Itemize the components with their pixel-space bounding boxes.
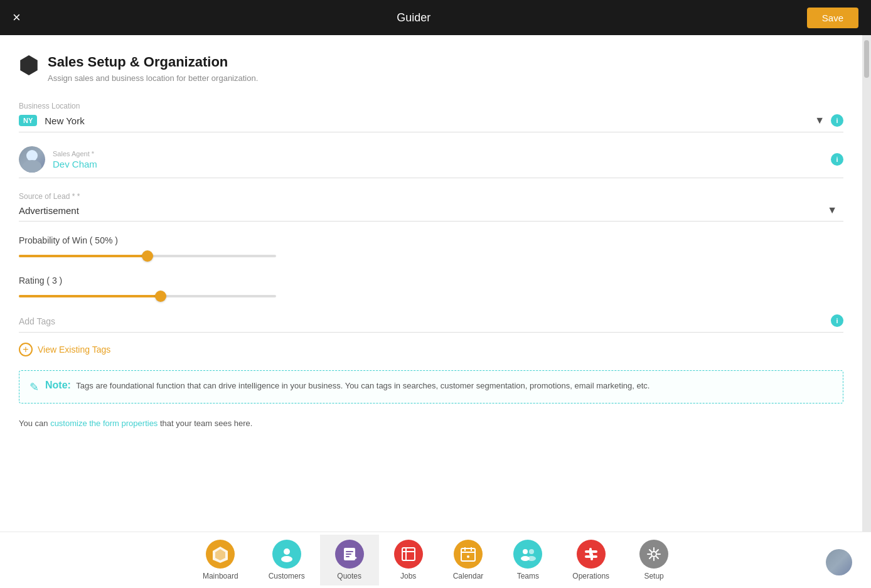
location-badge: NY <box>19 115 37 126</box>
tags-field: Add Tags i <box>19 316 843 333</box>
location-dropdown-arrow[interactable]: ▼ <box>815 115 825 126</box>
page-title-block: Sales Setup & Organization Assign sales … <box>48 54 258 83</box>
tags-info-icon[interactable]: i <box>831 314 843 327</box>
jobs-icon <box>400 545 417 563</box>
svg-point-2 <box>284 548 290 555</box>
note-box: ✎ Note: Tags are foundational function t… <box>19 370 843 404</box>
rating-track <box>19 295 276 297</box>
page-header: Sales Setup & Organization Assign sales … <box>19 54 843 83</box>
user-avatar-bottom[interactable] <box>826 549 852 575</box>
teams-icon <box>519 545 537 563</box>
jobs-icon-wrap <box>394 540 423 569</box>
svg-point-16 <box>467 555 469 558</box>
location-info-icon[interactable]: i <box>831 114 843 127</box>
tags-input[interactable]: Add Tags <box>19 316 55 326</box>
quotes-icon-wrap <box>335 540 364 569</box>
svg-rect-6 <box>346 553 351 555</box>
calendar-label: Calendar <box>453 572 484 580</box>
svg-rect-24 <box>590 553 593 560</box>
footer-text-after: that your team sees here. <box>158 419 252 428</box>
page-title: Sales Setup & Organization <box>48 54 258 70</box>
nav-item-jobs[interactable]: Jobs <box>379 535 438 585</box>
quotes-icon <box>341 545 358 563</box>
rating-slider[interactable] <box>19 294 276 298</box>
jobs-label: Jobs <box>400 572 416 580</box>
nav-item-mainboard[interactable]: Mainboard <box>188 535 254 585</box>
probability-slider[interactable] <box>19 254 276 258</box>
rating-label: Rating ( 3 ) <box>19 275 843 286</box>
business-location-label: Business Location <box>19 102 843 110</box>
rating-thumb[interactable] <box>155 291 166 302</box>
source-dropdown-arrow[interactable]: ▼ <box>827 205 837 216</box>
svg-point-25 <box>651 552 656 557</box>
customize-form-link[interactable]: customize the form properties <box>50 419 158 428</box>
customers-icon <box>278 545 296 563</box>
topbar: × Guider Save <box>0 0 871 35</box>
business-location-field: NY New York ▼ i <box>19 114 843 132</box>
source-field: Source of Lead * Advertisement ▼ <box>19 192 843 222</box>
svg-rect-5 <box>346 551 353 552</box>
setup-label: Setup <box>644 572 663 580</box>
note-edit-icon: ✎ <box>29 380 39 394</box>
agent-name[interactable]: Dev Cham <box>53 159 831 169</box>
customers-icon-wrap <box>272 540 301 569</box>
svg-rect-12 <box>461 548 475 561</box>
plus-circle-icon: + <box>19 343 33 356</box>
note-label: Note: <box>45 380 71 390</box>
view-tags-label: View Existing Tags <box>38 345 110 355</box>
quotes-label: Quotes <box>337 572 361 580</box>
nav-item-operations[interactable]: Operations <box>557 535 624 585</box>
tags-section: Add Tags i + View Existing Tags <box>19 316 843 356</box>
nav-item-customers[interactable]: Customers <box>254 535 320 585</box>
svg-point-20 <box>527 556 536 561</box>
close-button[interactable]: × <box>13 11 21 24</box>
page-subtitle: Assign sales and business location for b… <box>48 73 258 83</box>
topbar-title: Guider <box>397 11 430 24</box>
source-label: Source of Lead * <box>19 192 843 201</box>
scrollbar[interactable] <box>862 35 871 532</box>
setup-icon <box>645 545 663 563</box>
save-button[interactable]: Save <box>807 8 858 28</box>
mainboard-icon <box>211 545 229 563</box>
footer-text-before: You can <box>19 419 50 428</box>
mainboard-label: Mainboard <box>203 572 238 580</box>
probability-track <box>19 255 276 257</box>
nav-item-teams[interactable]: Teams <box>498 535 557 585</box>
agent-label: Sales Agent * <box>53 150 831 158</box>
rating-fill <box>19 295 161 297</box>
main-wrapper: Sales Setup & Organization Assign sales … <box>0 35 871 532</box>
nav-items: Mainboard Customers Quote <box>188 535 683 585</box>
bottom-nav: Mainboard Customers Quote <box>0 532 871 588</box>
source-of-lead-section: Source of Lead * Advertisement ▼ <box>19 192 843 222</box>
source-select[interactable]: Advertisement ▼ <box>19 205 843 216</box>
agent-info: Sales Agent * Dev Cham <box>53 150 831 169</box>
nav-item-calendar[interactable]: Calendar <box>438 535 499 585</box>
mainboard-icon-wrap <box>206 540 235 569</box>
setup-icon-wrap <box>639 540 668 569</box>
operations-icon <box>582 545 600 563</box>
nav-item-setup[interactable]: Setup <box>624 535 683 585</box>
svg-rect-9 <box>402 548 415 560</box>
business-location-section: Business Location NY New York ▼ i <box>19 102 843 132</box>
teams-label: Teams <box>517 572 539 580</box>
page-icon <box>19 55 39 75</box>
svg-point-17 <box>523 549 528 554</box>
svg-point-3 <box>281 556 292 562</box>
agent-avatar <box>19 146 45 173</box>
content-area: Sales Setup & Organization Assign sales … <box>0 35 862 532</box>
operations-label: Operations <box>572 572 609 580</box>
note-content: Note: Tags are foundational function tha… <box>45 380 649 392</box>
operations-icon-wrap <box>577 540 606 569</box>
calendar-icon <box>459 545 477 563</box>
probability-thumb[interactable] <box>142 250 153 262</box>
probability-section: Probability of Win ( 50% ) <box>19 235 843 258</box>
probability-fill <box>19 255 147 257</box>
svg-point-19 <box>529 549 534 554</box>
nav-item-quotes[interactable]: Quotes <box>320 535 379 585</box>
scrollbar-thumb[interactable] <box>864 40 869 78</box>
teams-icon-wrap <box>513 540 542 569</box>
view-existing-tags-button[interactable]: + View Existing Tags <box>19 343 110 356</box>
agent-info-icon[interactable]: i <box>831 153 843 166</box>
calendar-icon-wrap <box>454 540 483 569</box>
source-value: Advertisement <box>19 205 827 216</box>
